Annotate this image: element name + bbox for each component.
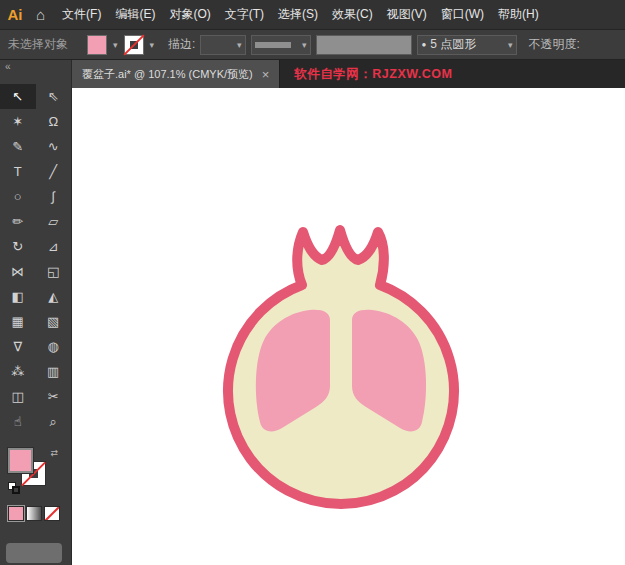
stroke-weight-combo[interactable]: ▾	[200, 35, 246, 55]
document-title: 覆盆子.ai* @ 107.1% (CMYK/预览)	[82, 67, 253, 82]
swap-fill-stroke-icon[interactable]: ⇄	[50, 448, 58, 458]
eyedropper-tool[interactable]: ∇	[0, 334, 36, 359]
menu-item[interactable]: 对象(O)	[162, 0, 217, 29]
canvas[interactable]	[72, 88, 625, 565]
fill-swatch[interactable]	[8, 448, 33, 473]
control-bar: 未选择对象 ▾ ▾ 描边: ▾ ▾ ● 5 点圆形 ▾ 不透明度:	[0, 30, 625, 60]
scale-tool[interactable]: ⊿	[36, 234, 72, 259]
selection-tool[interactable]: ↖	[0, 84, 36, 109]
mesh-tool[interactable]: ▦	[0, 309, 36, 334]
workspace: « ↖⇖✶Ω✎∿T╱○∫✏▱↻⊿⋈◱◧◭▦▧∇◍⁂▥◫✂☝⌕ ⇄	[0, 60, 625, 565]
width-profile-combo[interactable]: ▾	[251, 35, 311, 55]
menu-item[interactable]: 效果(C)	[325, 0, 380, 29]
brush-stroke-preview[interactable]	[316, 35, 412, 55]
chevron-down-icon[interactable]: ▾	[507, 40, 514, 50]
free-transform-tool[interactable]: ◱	[36, 259, 72, 284]
lasso-tool[interactable]: Ω	[36, 109, 72, 134]
magic-wand-tool[interactable]: ✶	[0, 109, 36, 134]
fill-color-swatch[interactable]	[87, 35, 107, 55]
column-graph-tool[interactable]: ▥	[36, 359, 72, 384]
eraser-tool[interactable]: ▱	[36, 209, 72, 234]
symbol-sprayer-tool[interactable]: ⁂	[0, 359, 36, 384]
pomegranate-artwork	[72, 88, 625, 565]
document-tab-bar: 覆盆子.ai* @ 107.1% (CMYK/预览) × 软件自学网：RJZXW…	[72, 60, 625, 88]
curvature-tool[interactable]: ∿	[36, 134, 72, 159]
menu-item[interactable]: 编辑(E)	[108, 0, 162, 29]
type-tool[interactable]: T	[0, 159, 36, 184]
chevron-down-icon[interactable]: ▾	[236, 40, 243, 50]
selection-status: 未选择对象	[8, 36, 68, 53]
menu-bar: Ai ⌂ 文件(F)编辑(E)对象(O)文字(T)选择(S)效果(C)视图(V)…	[0, 0, 625, 30]
color-mode-button[interactable]	[8, 506, 24, 521]
line-segment-tool[interactable]: ╱	[36, 159, 72, 184]
mini-stroke-swatch	[12, 486, 20, 494]
chevron-down-icon[interactable]: ▾	[301, 40, 308, 50]
perspective-grid-tool[interactable]: ◭	[36, 284, 72, 309]
fill-stroke-cluster: ⇄	[8, 448, 58, 496]
ellipse-tool[interactable]: ○	[0, 184, 36, 209]
zoom-tool[interactable]: ⌕	[36, 409, 72, 434]
menu-item[interactable]: 文件(F)	[55, 0, 108, 29]
chevron-down-icon[interactable]: ▾	[112, 40, 119, 50]
close-icon[interactable]: ×	[262, 68, 270, 81]
chevron-down-icon[interactable]: ▾	[149, 40, 156, 50]
default-fill-stroke-icon[interactable]	[8, 482, 22, 496]
shape-builder-tool[interactable]: ◧	[0, 284, 36, 309]
color-mode-buttons	[8, 506, 71, 521]
menu-item[interactable]: 文字(T)	[218, 0, 271, 29]
pencil-tool[interactable]: ✏	[0, 209, 36, 234]
menu-item[interactable]: 选择(S)	[271, 0, 325, 29]
direct-selection-tool[interactable]: ⇖	[36, 84, 72, 109]
document-tab[interactable]: 覆盆子.ai* @ 107.1% (CMYK/预览) ×	[72, 60, 280, 88]
slice-tool[interactable]: ✂	[36, 384, 72, 409]
stroke-color-swatch[interactable]	[124, 35, 144, 55]
width-profile-preview	[255, 42, 291, 48]
paintbrush-tool[interactable]: ∫	[36, 184, 72, 209]
illustrator-logo-icon: Ai	[0, 6, 30, 23]
menu-list: 文件(F)编辑(E)对象(O)文字(T)选择(S)效果(C)视图(V)窗口(W)…	[55, 0, 546, 29]
width-tool[interactable]: ⋈	[0, 259, 36, 284]
blend-tool[interactable]: ◍	[36, 334, 72, 359]
none-mode-button[interactable]	[44, 506, 60, 521]
brush-name: 5 点圆形	[430, 36, 476, 53]
tool-grid: ↖⇖✶Ω✎∿T╱○∫✏▱↻⊿⋈◱◧◭▦▧∇◍⁂▥◫✂☝⌕	[0, 84, 71, 434]
panel-collapse-button[interactable]: «	[0, 60, 71, 76]
round-brush-dot-icon: ●	[421, 40, 426, 49]
pen-tool[interactable]: ✎	[0, 134, 36, 159]
gradient-tool[interactable]: ▧	[36, 309, 72, 334]
hand-tool[interactable]: ☝	[0, 409, 36, 434]
menu-item[interactable]: 窗口(W)	[434, 0, 491, 29]
home-icon[interactable]: ⌂	[30, 6, 55, 23]
gradient-mode-button[interactable]	[26, 506, 42, 521]
document-area: 覆盆子.ai* @ 107.1% (CMYK/预览) × 软件自学网：RJZXW…	[72, 60, 625, 565]
artboard-tool[interactable]: ◫	[0, 384, 36, 409]
stroke-label: 描边:	[168, 36, 195, 53]
menu-item[interactable]: 视图(V)	[380, 0, 434, 29]
tools-panel: « ↖⇖✶Ω✎∿T╱○∫✏▱↻⊿⋈◱◧◭▦▧∇◍⁂▥◫✂☝⌕ ⇄	[0, 60, 72, 565]
menu-item[interactable]: 帮助(H)	[491, 0, 546, 29]
stroke-none-hole	[130, 41, 138, 49]
rotate-tool[interactable]: ↻	[0, 234, 36, 259]
screen-mode-button[interactable]	[6, 543, 62, 563]
opacity-label: 不透明度:	[528, 36, 579, 53]
illustrator-window: Ai ⌂ 文件(F)编辑(E)对象(O)文字(T)选择(S)效果(C)视图(V)…	[0, 0, 625, 565]
watermark-text: 软件自学网：RJZXW.COM	[294, 66, 452, 83]
brush-definition-combo[interactable]: ● 5 点圆形 ▾	[417, 35, 517, 55]
